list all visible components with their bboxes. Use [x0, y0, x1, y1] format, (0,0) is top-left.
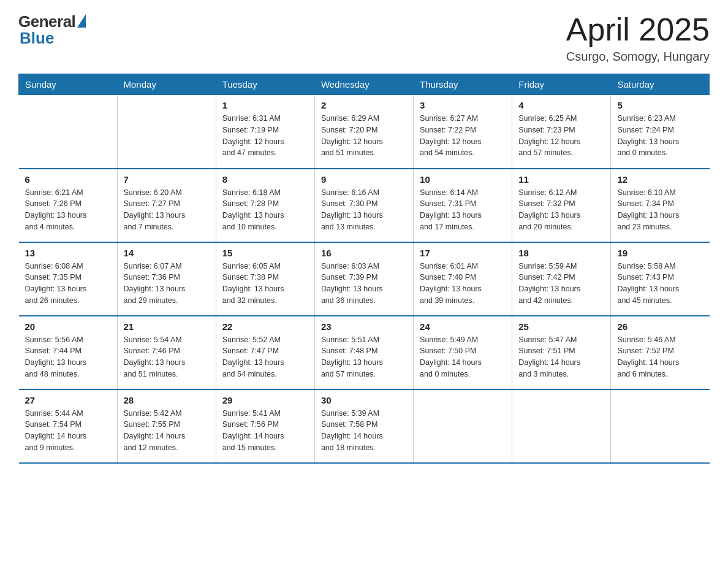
day-number: 19	[617, 248, 703, 258]
calendar-cell: 12Sunrise: 6:10 AM Sunset: 7:34 PM Dayli…	[611, 169, 710, 242]
day-info: Sunrise: 6:16 AM Sunset: 7:30 PM Dayligh…	[321, 187, 407, 233]
day-number: 13	[25, 248, 111, 258]
day-number: 16	[321, 248, 407, 258]
calendar-cell: 5Sunrise: 6:23 AM Sunset: 7:24 PM Daylig…	[611, 95, 710, 169]
day-number: 26	[617, 321, 703, 332]
calendar-cell: 7Sunrise: 6:20 AM Sunset: 7:27 PM Daylig…	[117, 169, 216, 242]
day-number: 18	[518, 248, 604, 258]
calendar-cell: 24Sunrise: 5:49 AM Sunset: 7:50 PM Dayli…	[414, 316, 512, 389]
day-info: Sunrise: 5:46 AM Sunset: 7:52 PM Dayligh…	[617, 334, 703, 380]
calendar-cell: 9Sunrise: 6:16 AM Sunset: 7:30 PM Daylig…	[314, 169, 413, 242]
day-number: 14	[124, 248, 210, 258]
calendar-row-2: 13Sunrise: 6:08 AM Sunset: 7:35 PM Dayli…	[19, 242, 710, 316]
location-text: Csurgo, Somogy, Hungary	[566, 50, 710, 64]
day-info: Sunrise: 6:12 AM Sunset: 7:32 PM Dayligh…	[518, 187, 604, 233]
day-number: 27	[25, 395, 111, 405]
day-info: Sunrise: 6:05 AM Sunset: 7:38 PM Dayligh…	[222, 261, 308, 307]
day-info: Sunrise: 5:42 AM Sunset: 7:55 PM Dayligh…	[124, 408, 210, 454]
calendar-cell: 29Sunrise: 5:41 AM Sunset: 7:56 PM Dayli…	[216, 389, 314, 463]
calendar-cell: 8Sunrise: 6:18 AM Sunset: 7:28 PM Daylig…	[216, 169, 314, 242]
calendar-row-3: 20Sunrise: 5:56 AM Sunset: 7:44 PM Dayli…	[19, 316, 710, 389]
calendar-cell: 2Sunrise: 6:29 AM Sunset: 7:20 PM Daylig…	[314, 95, 413, 169]
header-cell-monday: Monday	[117, 74, 216, 95]
day-info: Sunrise: 5:39 AM Sunset: 7:58 PM Dayligh…	[321, 408, 407, 454]
calendar-cell	[512, 389, 611, 463]
calendar-cell	[611, 389, 710, 463]
day-number: 30	[321, 395, 407, 405]
day-info: Sunrise: 6:21 AM Sunset: 7:26 PM Dayligh…	[25, 187, 111, 233]
calendar-cell: 15Sunrise: 6:05 AM Sunset: 7:38 PM Dayli…	[216, 242, 314, 316]
day-info: Sunrise: 5:47 AM Sunset: 7:51 PM Dayligh…	[518, 334, 604, 380]
calendar-cell: 14Sunrise: 6:07 AM Sunset: 7:36 PM Dayli…	[117, 242, 216, 316]
calendar-cell: 19Sunrise: 5:58 AM Sunset: 7:43 PM Dayli…	[611, 242, 710, 316]
day-info: Sunrise: 6:01 AM Sunset: 7:40 PM Dayligh…	[420, 261, 506, 307]
calendar-cell: 26Sunrise: 5:46 AM Sunset: 7:52 PM Dayli…	[611, 316, 710, 389]
day-number: 5	[617, 100, 703, 110]
calendar-cell	[414, 389, 512, 463]
day-info: Sunrise: 6:27 AM Sunset: 7:22 PM Dayligh…	[420, 113, 506, 159]
day-number: 24	[420, 321, 506, 332]
day-number: 23	[321, 321, 407, 332]
logo-blue-text: Blue	[20, 29, 54, 48]
day-info: Sunrise: 6:18 AM Sunset: 7:28 PM Dayligh…	[222, 187, 308, 233]
day-info: Sunrise: 6:08 AM Sunset: 7:35 PM Dayligh…	[25, 261, 111, 307]
day-number: 15	[222, 248, 308, 258]
day-info: Sunrise: 6:10 AM Sunset: 7:34 PM Dayligh…	[617, 187, 703, 233]
calendar-cell: 10Sunrise: 6:14 AM Sunset: 7:31 PM Dayli…	[414, 169, 512, 242]
header-cell-saturday: Saturday	[611, 74, 710, 95]
day-number: 28	[124, 395, 210, 405]
day-info: Sunrise: 5:54 AM Sunset: 7:46 PM Dayligh…	[124, 334, 210, 380]
calendar-cell: 30Sunrise: 5:39 AM Sunset: 7:58 PM Dayli…	[314, 389, 413, 463]
header-cell-friday: Friday	[512, 74, 611, 95]
day-number: 9	[321, 174, 407, 185]
header-row: SundayMondayTuesdayWednesdayThursdayFrid…	[19, 74, 710, 95]
day-number: 3	[420, 100, 506, 110]
day-number: 22	[222, 321, 308, 332]
calendar-cell: 11Sunrise: 6:12 AM Sunset: 7:32 PM Dayli…	[512, 169, 611, 242]
calendar-cell: 13Sunrise: 6:08 AM Sunset: 7:35 PM Dayli…	[19, 242, 118, 316]
header-cell-wednesday: Wednesday	[314, 74, 413, 95]
day-number: 4	[518, 100, 604, 110]
day-info: Sunrise: 6:29 AM Sunset: 7:20 PM Dayligh…	[321, 113, 407, 159]
calendar-cell: 21Sunrise: 5:54 AM Sunset: 7:46 PM Dayli…	[117, 316, 216, 389]
day-number: 11	[518, 174, 604, 185]
calendar-row-4: 27Sunrise: 5:44 AM Sunset: 7:54 PM Dayli…	[19, 389, 710, 463]
header-cell-sunday: Sunday	[19, 74, 118, 95]
day-number: 1	[222, 100, 308, 110]
calendar-cell: 17Sunrise: 6:01 AM Sunset: 7:40 PM Dayli…	[414, 242, 512, 316]
calendar-table: SundayMondayTuesdayWednesdayThursdayFrid…	[18, 74, 710, 464]
day-number: 25	[518, 321, 604, 332]
day-info: Sunrise: 6:23 AM Sunset: 7:24 PM Dayligh…	[617, 113, 703, 159]
header-cell-tuesday: Tuesday	[216, 74, 314, 95]
calendar-cell: 16Sunrise: 6:03 AM Sunset: 7:39 PM Dayli…	[314, 242, 413, 316]
title-block: April 2025 Csurgo, Somogy, Hungary	[566, 12, 710, 64]
calendar-cell: 25Sunrise: 5:47 AM Sunset: 7:51 PM Dayli…	[512, 316, 611, 389]
calendar-row-0: 1Sunrise: 6:31 AM Sunset: 7:19 PM Daylig…	[19, 95, 710, 169]
day-number: 8	[222, 174, 308, 185]
day-info: Sunrise: 6:07 AM Sunset: 7:36 PM Dayligh…	[124, 261, 210, 307]
day-info: Sunrise: 5:52 AM Sunset: 7:47 PM Dayligh…	[222, 334, 308, 380]
day-info: Sunrise: 6:25 AM Sunset: 7:23 PM Dayligh…	[518, 113, 604, 159]
day-number: 29	[222, 395, 308, 405]
day-info: Sunrise: 5:41 AM Sunset: 7:56 PM Dayligh…	[222, 408, 308, 454]
day-info: Sunrise: 6:03 AM Sunset: 7:39 PM Dayligh…	[321, 261, 407, 307]
calendar-cell: 20Sunrise: 5:56 AM Sunset: 7:44 PM Dayli…	[19, 316, 118, 389]
calendar-cell	[19, 95, 118, 169]
day-number: 12	[617, 174, 703, 185]
calendar-cell: 4Sunrise: 6:25 AM Sunset: 7:23 PM Daylig…	[512, 95, 611, 169]
day-info: Sunrise: 5:58 AM Sunset: 7:43 PM Dayligh…	[617, 261, 703, 307]
day-number: 2	[321, 100, 407, 110]
calendar-cell: 6Sunrise: 6:21 AM Sunset: 7:26 PM Daylig…	[19, 169, 118, 242]
day-info: Sunrise: 5:51 AM Sunset: 7:48 PM Dayligh…	[321, 334, 407, 380]
day-number: 7	[124, 174, 210, 185]
day-info: Sunrise: 5:49 AM Sunset: 7:50 PM Dayligh…	[420, 334, 506, 380]
calendar-cell: 22Sunrise: 5:52 AM Sunset: 7:47 PM Dayli…	[216, 316, 314, 389]
day-info: Sunrise: 6:31 AM Sunset: 7:19 PM Dayligh…	[222, 113, 308, 159]
day-number: 21	[124, 321, 210, 332]
day-info: Sunrise: 6:14 AM Sunset: 7:31 PM Dayligh…	[420, 187, 506, 233]
day-number: 6	[25, 174, 111, 185]
calendar-cell: 1Sunrise: 6:31 AM Sunset: 7:19 PM Daylig…	[216, 95, 314, 169]
calendar-cell: 28Sunrise: 5:42 AM Sunset: 7:55 PM Dayli…	[117, 389, 216, 463]
logo: General Blue	[18, 12, 86, 48]
day-info: Sunrise: 5:44 AM Sunset: 7:54 PM Dayligh…	[25, 408, 111, 454]
